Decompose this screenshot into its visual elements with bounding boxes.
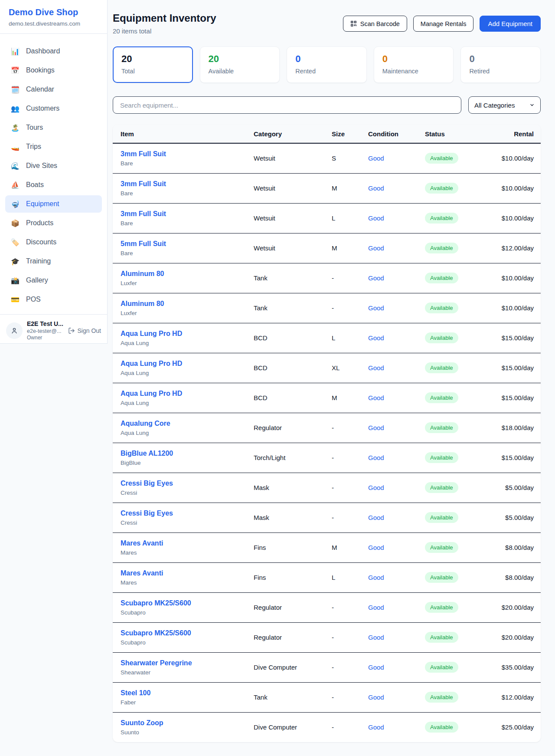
item-name-link[interactable]: Shearwater Peregrine — [121, 659, 254, 667]
stat-card-available[interactable]: 20 Available — [200, 46, 280, 83]
size-cell: - — [332, 592, 368, 622]
size-cell: - — [332, 293, 368, 323]
item-name-link[interactable]: Aqualung Core — [121, 420, 254, 427]
item-cell: Aluminum 80 Luxfer — [113, 293, 254, 323]
stats-row: 20 Total 20 Available 0 Rented 0 Mainten… — [113, 46, 541, 83]
condition-link[interactable]: Good — [368, 154, 384, 162]
condition-link[interactable]: Good — [368, 424, 384, 431]
item-cell: Cressi Big Eyes Cressi — [113, 503, 254, 532]
item-name-link[interactable]: Aqua Lung Pro HD — [121, 330, 254, 338]
stat-card-rented[interactable]: 0 Rented — [287, 46, 367, 83]
sidebar-item-customers[interactable]: 👥 Customers — [5, 100, 102, 117]
item-brand: Aqua Lung — [121, 400, 254, 406]
table-header-row: Item Category Size Condition Status Rent… — [113, 125, 541, 143]
condition-link[interactable]: Good — [368, 484, 384, 491]
sidebar-item-icon: 📸 — [10, 276, 20, 285]
item-name-link[interactable]: Steel 100 — [121, 689, 254, 697]
item-name-link[interactable]: 5mm Full Suit — [121, 240, 254, 248]
condition-cell: Good — [368, 293, 425, 323]
main-content: Equipment Inventory 20 items total Scan … — [113, 0, 541, 742]
status-badge: Available — [425, 243, 458, 253]
sidebar-item-products[interactable]: 📦 Products — [5, 214, 102, 232]
rental-cell: $10.00/day — [490, 263, 541, 293]
category-cell: Tank — [254, 293, 332, 323]
status-cell: Available — [425, 143, 490, 173]
status-badge: Available — [425, 332, 458, 343]
item-cell: 3mm Full Suit Bare — [113, 203, 254, 233]
condition-link[interactable]: Good — [368, 244, 384, 252]
item-name-link[interactable]: 3mm Full Suit — [121, 150, 254, 158]
condition-link[interactable]: Good — [368, 394, 384, 401]
condition-link[interactable]: Good — [368, 634, 384, 641]
item-name-link[interactable]: Aqua Lung Pro HD — [121, 390, 254, 398]
sidebar-item-bookings[interactable]: 📅 Bookings — [5, 62, 102, 79]
table-row: BigBlue AL1200 BigBlue Torch/Light - Goo… — [113, 443, 541, 473]
status-cell: Available — [425, 233, 490, 263]
sidebar-item-dive-sites[interactable]: 🌊 Dive Sites — [5, 157, 102, 174]
item-name-link[interactable]: Cressi Big Eyes — [121, 480, 254, 487]
stat-label: Retired — [469, 68, 532, 75]
sign-out-button[interactable]: Sign Out — [68, 327, 101, 334]
category-cell: Wetsuit — [254, 233, 332, 263]
table-row: Aluminum 80 Luxfer Tank - Good Available… — [113, 293, 541, 323]
condition-link[interactable]: Good — [368, 514, 384, 521]
status-badge: Available — [425, 602, 458, 613]
item-name-link[interactable]: Mares Avanti — [121, 539, 254, 547]
condition-link[interactable]: Good — [368, 574, 384, 581]
item-brand: Bare — [121, 220, 254, 227]
item-name-link[interactable]: Aqua Lung Pro HD — [121, 360, 254, 368]
column-header-category: Category — [254, 125, 332, 143]
sidebar-item-dashboard[interactable]: 📊 Dashboard — [5, 43, 102, 60]
condition-link[interactable]: Good — [368, 694, 384, 701]
search-input[interactable] — [113, 96, 461, 114]
sidebar-item-gallery[interactable]: 📸 Gallery — [5, 272, 102, 289]
status-badge: Available — [425, 213, 458, 224]
status-badge: Available — [425, 362, 458, 373]
condition-link[interactable]: Good — [368, 723, 384, 731]
item-brand: Bare — [121, 160, 254, 167]
item-name-link[interactable]: Aluminum 80 — [121, 300, 254, 308]
item-name-link[interactable]: BigBlue AL1200 — [121, 450, 254, 457]
condition-link[interactable]: Good — [368, 544, 384, 551]
size-cell: XL — [332, 353, 368, 383]
condition-cell: Good — [368, 443, 425, 473]
sidebar-item-calendar[interactable]: 🗓️ Calendar — [5, 81, 102, 98]
stat-card-total[interactable]: 20 Total — [113, 46, 193, 83]
condition-link[interactable]: Good — [368, 604, 384, 611]
manage-rentals-button[interactable]: Manage Rentals — [413, 16, 474, 32]
item-name-link[interactable]: Scubapro MK25/S600 — [121, 629, 254, 637]
condition-link[interactable]: Good — [368, 214, 384, 222]
sidebar-item-boats[interactable]: ⛵ Boats — [5, 176, 102, 194]
sidebar-item-trips[interactable]: 🚤 Trips — [5, 138, 102, 155]
condition-link[interactable]: Good — [368, 334, 384, 342]
item-name-link[interactable]: Suunto Zoop — [121, 719, 254, 727]
sidebar-item-equipment[interactable]: 🤿 Equipment — [5, 195, 102, 213]
add-equipment-button[interactable]: Add Equipment — [480, 16, 541, 32]
condition-link[interactable]: Good — [368, 184, 384, 192]
sign-out-icon — [68, 327, 75, 334]
condition-link[interactable]: Good — [368, 304, 384, 312]
stat-card-maintenance[interactable]: 0 Maintenance — [374, 46, 454, 83]
condition-link[interactable]: Good — [368, 664, 384, 671]
item-name-link[interactable]: Aluminum 80 — [121, 270, 254, 278]
sidebar-item-tours[interactable]: 🏝️ Tours — [5, 119, 102, 136]
item-name-link[interactable]: Scubapro MK25/S600 — [121, 599, 254, 607]
item-name-link[interactable]: Cressi Big Eyes — [121, 509, 254, 517]
item-name-link[interactable]: 3mm Full Suit — [121, 180, 254, 188]
item-name-link[interactable]: 3mm Full Suit — [121, 210, 254, 218]
sidebar-item-training[interactable]: 🎓 Training — [5, 253, 102, 270]
condition-link[interactable]: Good — [368, 454, 384, 461]
condition-link[interactable]: Good — [368, 274, 384, 282]
rental-cell: $18.00/day — [490, 413, 541, 443]
stat-card-retired[interactable]: 0 Retired — [460, 46, 541, 83]
sidebar-item-discounts[interactable]: 🏷️ Discounts — [5, 233, 102, 251]
item-name-link[interactable]: Mares Avanti — [121, 569, 254, 577]
condition-link[interactable]: Good — [368, 364, 384, 371]
scan-barcode-button[interactable]: Scan Barcode — [343, 16, 407, 32]
stat-value: 20 — [209, 53, 271, 65]
sidebar-item-pos[interactable]: 💳 POS — [5, 291, 102, 308]
sidebar-item-icon: ⛵ — [10, 181, 20, 189]
item-brand: Luxfer — [121, 280, 254, 286]
status-cell: Available — [425, 413, 490, 443]
category-select[interactable]: All Categories — [468, 96, 541, 114]
